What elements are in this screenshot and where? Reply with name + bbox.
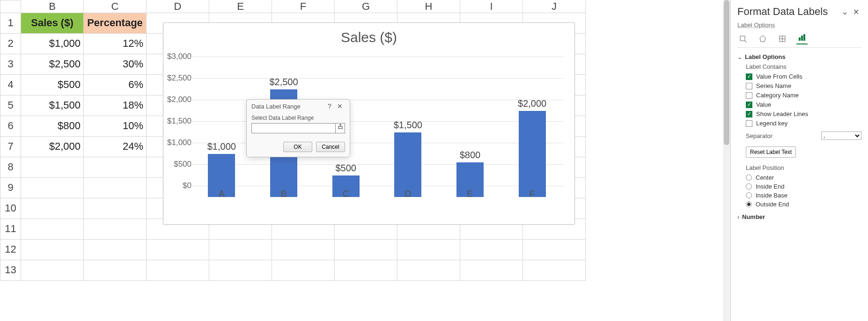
- row-header[interactable]: 13: [0, 260, 21, 280]
- radio-inside-base[interactable]: Inside Base: [746, 192, 861, 199]
- checkbox-legend-key[interactable]: Legend key: [746, 120, 861, 127]
- chevron-down-icon[interactable]: ⌄: [839, 7, 850, 17]
- cell-C4[interactable]: 6%: [84, 74, 147, 95]
- pane-subtitle[interactable]: Label Options: [737, 22, 861, 29]
- reset-label-text-button[interactable]: Reset Label Text: [746, 146, 796, 158]
- checkbox-show-leader-lines[interactable]: ✓Show Leader Lines: [746, 110, 861, 117]
- cell[interactable]: [21, 198, 84, 219]
- row-header[interactable]: 5: [0, 95, 21, 116]
- chart-bar-rect[interactable]: [394, 132, 421, 197]
- radio-inside-end[interactable]: Inside End: [746, 183, 861, 190]
- cell[interactable]: [272, 239, 335, 260]
- cancel-button[interactable]: Cancel: [316, 142, 345, 152]
- cell[interactable]: [460, 239, 523, 260]
- cell[interactable]: [84, 260, 147, 280]
- checkbox-category-name[interactable]: Category Name: [746, 92, 861, 99]
- cell[interactable]: [84, 219, 147, 239]
- cell-B3[interactable]: $2,500: [21, 54, 84, 74]
- cell[interactable]: [21, 219, 84, 239]
- chart-data-label[interactable]: $2,000: [509, 98, 556, 109]
- row-header[interactable]: 11: [0, 219, 21, 239]
- range-picker-icon[interactable]: [335, 124, 345, 133]
- cell[interactable]: [209, 260, 272, 280]
- cell-B6[interactable]: $800: [21, 116, 84, 136]
- cell[interactable]: [84, 198, 147, 219]
- col-header[interactable]: D: [147, 0, 209, 13]
- vertical-scrollbar[interactable]: [723, 0, 730, 321]
- cell[interactable]: [21, 260, 84, 280]
- row-header[interactable]: 3: [0, 54, 21, 74]
- cell-C7[interactable]: 24%: [84, 136, 147, 157]
- cell[interactable]: [397, 239, 460, 260]
- row-header[interactable]: 7: [0, 136, 21, 157]
- size-properties-icon[interactable]: [777, 33, 788, 44]
- cell-C5[interactable]: 18%: [84, 95, 147, 116]
- separator-select[interactable]: ,: [821, 131, 861, 140]
- cell-C1[interactable]: Percentage: [84, 13, 147, 33]
- checkbox-value-from-cells[interactable]: ✓Value From Cells: [746, 73, 861, 80]
- cell[interactable]: [272, 260, 335, 280]
- col-header[interactable]: G: [335, 0, 397, 13]
- chart-bar-rect[interactable]: [519, 111, 546, 197]
- help-icon[interactable]: ?: [324, 102, 335, 110]
- cell[interactable]: [147, 239, 209, 260]
- chart-data-label[interactable]: $500: [323, 163, 369, 174]
- chart-bar[interactable]: $2,000: [519, 68, 546, 197]
- cell[interactable]: [84, 177, 147, 198]
- range-input[interactable]: [252, 124, 335, 133]
- col-header[interactable]: J: [523, 0, 586, 13]
- cell[interactable]: [209, 239, 272, 260]
- row-header[interactable]: 6: [0, 116, 21, 136]
- close-icon[interactable]: ✕: [850, 7, 861, 16]
- col-header[interactable]: H: [397, 0, 460, 13]
- row-header[interactable]: 12: [0, 239, 21, 260]
- cell[interactable]: [21, 239, 84, 260]
- cell-C3[interactable]: 30%: [84, 54, 147, 74]
- embedded-chart[interactable]: Sales ($) $0$500$1,000$1,500$2,000$2,500…: [163, 22, 575, 225]
- row-header[interactable]: 9: [0, 177, 21, 198]
- cell[interactable]: [523, 239, 586, 260]
- label-options-icon[interactable]: [796, 33, 808, 44]
- chart-data-label[interactable]: $1,000: [198, 141, 245, 152]
- chart-bar[interactable]: $1,000: [208, 68, 235, 197]
- chart-bar[interactable]: $800: [456, 68, 484, 197]
- row-header[interactable]: 8: [0, 157, 21, 177]
- radio-center[interactable]: Center: [746, 174, 861, 181]
- cell[interactable]: [21, 157, 84, 177]
- cell-B1[interactable]: Sales ($): [21, 13, 84, 33]
- cell[interactable]: [147, 260, 209, 280]
- col-header[interactable]: C: [84, 0, 147, 13]
- effects-icon[interactable]: [757, 33, 768, 44]
- radio-outside-end[interactable]: Outside End: [746, 201, 861, 208]
- close-icon[interactable]: ✕: [335, 102, 345, 110]
- cell-B5[interactable]: $1,500: [21, 95, 84, 116]
- section-label-options[interactable]: ⌄Label Options: [737, 53, 861, 60]
- cell[interactable]: [335, 239, 397, 260]
- cell[interactable]: [335, 260, 397, 280]
- row-header[interactable]: 1: [0, 13, 21, 33]
- chart-title[interactable]: Sales ($): [163, 29, 574, 45]
- chart-data-label[interactable]: $800: [447, 150, 493, 160]
- cell-B4[interactable]: $500: [21, 74, 84, 95]
- col-header[interactable]: B: [21, 0, 84, 13]
- ok-button[interactable]: OK: [283, 142, 312, 152]
- chart-bar[interactable]: $1,500: [394, 68, 421, 197]
- cell-B7[interactable]: $2,000: [21, 136, 84, 157]
- row-header[interactable]: 10: [0, 198, 21, 219]
- select-all-corner[interactable]: [0, 0, 21, 13]
- cell-C6[interactable]: 10%: [84, 116, 147, 136]
- cell[interactable]: [21, 177, 84, 198]
- row-header[interactable]: 4: [0, 74, 21, 95]
- scrollbar-thumb[interactable]: [724, 0, 729, 145]
- chart-data-label[interactable]: $1,500: [384, 120, 431, 131]
- chart-data-label[interactable]: $2,500: [260, 77, 307, 88]
- col-header[interactable]: I: [460, 0, 523, 13]
- row-header[interactable]: 2: [0, 33, 21, 54]
- cell[interactable]: [523, 260, 586, 280]
- cell[interactable]: [84, 157, 147, 177]
- fill-line-icon[interactable]: [737, 33, 749, 44]
- checkbox-value[interactable]: ✓Value: [746, 101, 861, 108]
- cell-B2[interactable]: $1,000: [21, 33, 84, 54]
- cell[interactable]: [84, 239, 147, 260]
- cell[interactable]: [460, 260, 523, 280]
